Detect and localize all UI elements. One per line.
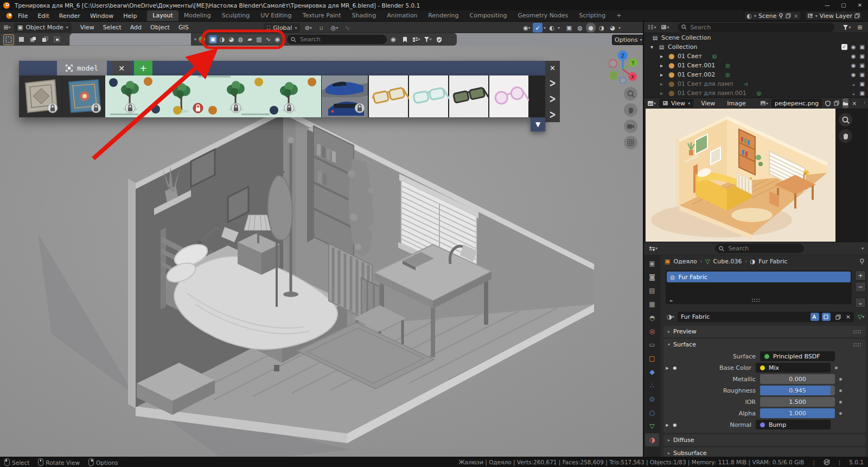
- slot-specials-button[interactable]: ⌄: [855, 298, 866, 308]
- tab-render-icon[interactable]: ◙: [645, 270, 659, 283]
- asset-library-icon[interactable]: [810, 313, 819, 321]
- shield-check-icon[interactable]: [434, 35, 444, 45]
- tab-tool-icon[interactable]: ▣: [645, 257, 659, 270]
- panel-grip[interactable]: [853, 343, 861, 347]
- maximize-button[interactable]: ▢: [835, 0, 852, 10]
- collapse-icon[interactable]: ▾: [648, 44, 655, 50]
- tab-particles-icon[interactable]: ∴: [645, 379, 659, 392]
- select-mode-extend-icon[interactable]: [28, 35, 38, 45]
- properties-search[interactable]: [715, 244, 804, 253]
- selectable-checkbox[interactable]: ✓: [841, 44, 847, 50]
- image-mode-dropdown[interactable]: View▾: [659, 99, 693, 108]
- tab-collection-icon[interactable]: ▭: [645, 338, 659, 351]
- expand-icon[interactable]: ▸: [663, 364, 671, 371]
- pin-icon[interactable]: [859, 258, 865, 264]
- expand-icon[interactable]: ▸: [658, 72, 665, 78]
- material-slot-list[interactable]: ◍ Fur Fabric ►: [666, 270, 852, 304]
- image-editor-type-icon[interactable]: ▾: [647, 98, 656, 108]
- outliner-filter-icon[interactable]: ▾: [842, 22, 852, 32]
- tab-geometry-nodes[interactable]: Geometry Nodes: [512, 10, 573, 21]
- keyframe-dot[interactable]: [835, 367, 838, 369]
- scene-selector[interactable]: ◐▾ Scene ×: [744, 11, 801, 21]
- keyframe-dot[interactable]: [839, 389, 842, 392]
- zoom-icon[interactable]: [624, 87, 637, 100]
- asset-glasses-yellow[interactable]: [369, 75, 410, 117]
- metallic-slider[interactable]: 0.000: [760, 374, 835, 384]
- outliner-search[interactable]: [678, 23, 834, 32]
- breadcrumb-mesh[interactable]: Cube.036: [713, 258, 742, 265]
- menu-view[interactable]: View: [76, 24, 99, 31]
- minimize-button[interactable]: —: [819, 0, 835, 10]
- mesh-data-dropdown-icon[interactable]: ▽▾: [856, 312, 866, 322]
- tab-texture-paint[interactable]: Texture Paint: [297, 10, 347, 21]
- menu-image[interactable]: Image: [723, 100, 750, 107]
- panel-grip[interactable]: [853, 330, 861, 334]
- popup-tab-close-button[interactable]: ✕: [112, 61, 131, 75]
- options-dropdown[interactable]: Options▾: [612, 35, 644, 45]
- copy-image-icon[interactable]: [834, 98, 839, 108]
- panel-surface[interactable]: ▾ Surface Surface Principled BSDF ▸● Bas…: [663, 339, 866, 433]
- copy-material-icon[interactable]: [833, 312, 843, 322]
- expand-icon[interactable]: ▸: [658, 53, 665, 59]
- tab-world-icon[interactable]: ◎: [645, 325, 659, 338]
- hide-eye-icon[interactable]: ◉: [851, 53, 856, 59]
- menu-help[interactable]: Help: [118, 10, 142, 21]
- tab-scene-icon[interactable]: ◓: [645, 311, 659, 324]
- asset-catalog-icon[interactable]: [198, 36, 206, 43]
- unlink-image-icon[interactable]: ×: [852, 98, 857, 108]
- tab-constraints-icon[interactable]: ○: [645, 406, 659, 419]
- tab-modifiers-icon[interactable]: ◆: [645, 365, 659, 378]
- panel-subsurface[interactable]: ▸ Subsurface: [663, 447, 866, 457]
- hide-eye-closed-icon[interactable]: ⌄: [851, 90, 856, 96]
- tab-material-icon[interactable]: ◑: [645, 433, 659, 446]
- tab-object-data-icon[interactable]: ▽: [645, 420, 659, 433]
- tab-uv-editing[interactable]: UV Editing: [255, 10, 297, 21]
- material-datablock[interactable]: Fur Fabric ×: [678, 312, 854, 322]
- expand-icon[interactable]: ▸: [668, 438, 670, 443]
- select-mode-invert-icon[interactable]: [52, 35, 62, 45]
- render-camera-icon[interactable]: ▣: [860, 72, 865, 78]
- menu-add[interactable]: Add: [126, 24, 146, 31]
- outliner-row-light[interactable]: ▸ ⬤ 01 Свет.002 ◎ ◉▣: [644, 70, 868, 79]
- properties-editor-type-icon[interactable]: ▾: [648, 244, 658, 254]
- image-browse-icon[interactable]: ▾: [760, 98, 768, 108]
- xray-toggle-icon[interactable]: ▣: [564, 23, 574, 33]
- hide-eye-icon[interactable]: ◉: [851, 44, 856, 50]
- catalog-chevron-icon[interactable]: ▾: [194, 37, 196, 42]
- view-layer-selector[interactable]: ▾ View Layer: [805, 11, 863, 21]
- shading-solid-icon[interactable]: ●: [586, 23, 596, 33]
- hide-eye-closed-icon[interactable]: ⌄: [851, 81, 856, 87]
- tab-layout[interactable]: Layout: [147, 10, 178, 21]
- filter-pose-icon[interactable]: ∿: [264, 35, 272, 43]
- outliner-scope-icon[interactable]: ▾: [660, 22, 670, 32]
- tab-compositing[interactable]: Compositing: [464, 10, 513, 21]
- navigation-gizmo[interactable]: Z Y X: [607, 50, 639, 84]
- breadcrumb-object[interactable]: Одеяло: [673, 258, 697, 265]
- add-workspace-button[interactable]: +: [611, 10, 627, 21]
- close-button[interactable]: ✕: [852, 0, 868, 10]
- menu-window[interactable]: Window: [85, 10, 118, 21]
- filter-world-icon[interactable]: ◍: [237, 35, 245, 43]
- panel-diffuse[interactable]: ▸ Diffuse: [663, 434, 866, 446]
- outliner-row-light[interactable]: ▸ ⬤ 01 Свет ◎ ◉▣: [644, 52, 868, 61]
- outliner-row-light-hidden[interactable]: ▸ ⬤ 01 Свет для ламп.001 ◎ ⌄▣: [644, 89, 868, 97]
- unlink-material-icon[interactable]: ×: [846, 313, 851, 320]
- image-editor-canvas[interactable]: [643, 109, 868, 242]
- filter-collection-icon[interactable]: ▥: [255, 35, 263, 43]
- popup-close-button[interactable]: ✕: [545, 61, 560, 75]
- image-datablock[interactable]: референс.png: [771, 99, 822, 108]
- expand-icon[interactable]: ▸: [658, 90, 665, 96]
- menu-select[interactable]: Select: [99, 24, 126, 31]
- filter-nodetree-icon[interactable]: ◉: [273, 35, 282, 43]
- pin-icon[interactable]: [864, 100, 865, 106]
- expand-right-icon[interactable]: >: [549, 77, 556, 90]
- outliner-row-collection[interactable]: ▾ ▤ Collection ✓ ◉ ▣: [644, 42, 868, 52]
- shading-dropdown-icon[interactable]: ▾: [618, 26, 621, 30]
- render-camera-icon[interactable]: ▣: [860, 62, 865, 68]
- expand-right-icon[interactable]: >: [549, 92, 556, 105]
- roughness-slider[interactable]: 0.945: [760, 386, 835, 395]
- asset-glasses-pink[interactable]: [489, 75, 529, 117]
- menu-object[interactable]: Object: [146, 24, 174, 31]
- tab-scripting[interactable]: Scripting: [573, 10, 611, 21]
- base-color-field[interactable]: Mix: [756, 363, 831, 373]
